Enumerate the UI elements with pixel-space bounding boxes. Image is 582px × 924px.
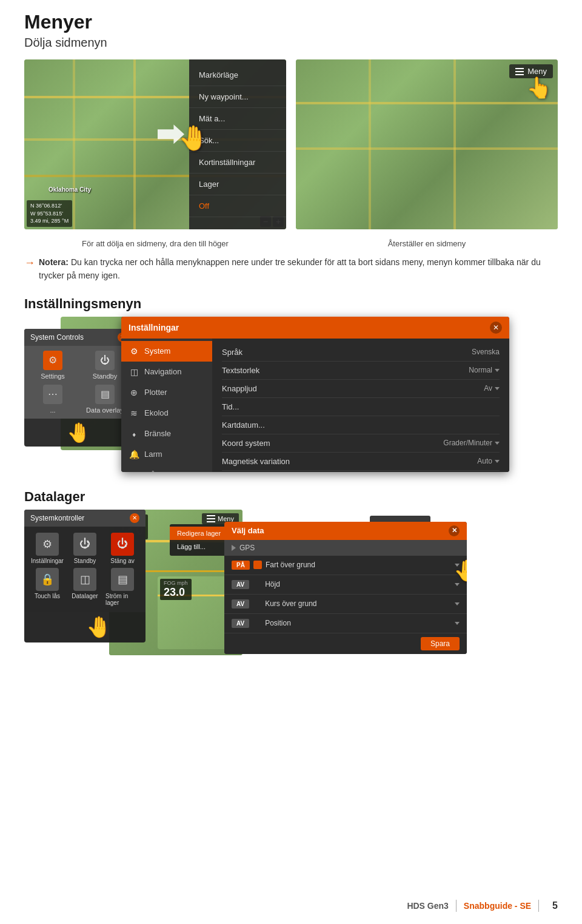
standby2-label: Standby [74, 558, 96, 564]
sys-controller-grid: ⚙ Inställningar ⏻ Standby ⏻ Stäng av 🔒 T… [24, 527, 146, 612]
settings-row-koord[interactable]: Koord system Grader/Minuter [222, 434, 500, 453]
settings-panel-title: Inställningar [129, 323, 179, 332]
sidebar-item-navigation[interactable]: ◫ Navigation [121, 362, 212, 382]
speed-overlay-2: FOG mph 23.0 [160, 579, 192, 600]
sidebar-item-bransle[interactable]: ⬧ Bränsle [121, 423, 212, 444]
settings-row-textstorlek[interactable]: Textstorlek Normal [222, 362, 500, 380]
map-screenshot-right: Meny 👆 [296, 59, 558, 229]
road-v2 [133, 59, 136, 229]
system-controls-panel: System Controls ✕ ⚙ Settings ⏻ Standby ⋯… [24, 329, 133, 447]
strom-icon: ▤ [111, 568, 134, 591]
hojd-indicator: AV Höjd [232, 580, 280, 589]
sidebar-item-mattenheter[interactable]: ⊢ Måttenheter [121, 465, 212, 472]
sys-ctrl-extra1-label: ... [50, 406, 55, 414]
data-row-hojd[interactable]: AV Höjd [224, 575, 467, 595]
sys-controls-grid: ⚙ Settings ⏻ Standby ⋯ ... ▤ Data overla… [24, 346, 133, 419]
overlay-icon: ▤ [95, 385, 115, 404]
sys-btn-touch-las[interactable]: 🔒 Touch lås [30, 568, 64, 606]
sidebar-item-larm[interactable]: 🔔 Larm [121, 444, 212, 465]
data-row-position[interactable]: AV Position [224, 614, 467, 633]
side-menu-item-2[interactable]: Ny waypoint... [189, 86, 286, 108]
magnetisk-dropdown-icon [495, 460, 500, 463]
kurs-indicator: AV Kurs över grund [232, 599, 317, 609]
kartdatum-label: Kartdatum... [222, 420, 265, 430]
note-arrow-icon: → [24, 255, 35, 271]
sprak-value: Svenska [472, 348, 500, 356]
extra1-icon: ⋯ [43, 385, 62, 404]
sys-btn-standby[interactable]: ⏻ Standby [68, 533, 102, 564]
sidebar-ekolod-label: Ekolod [144, 408, 169, 417]
system-sidebar-icon: ⚙ [129, 346, 139, 356]
hojd-label: Höjd [265, 580, 280, 588]
footer-page-number: 5 [552, 900, 558, 911]
road-rh2 [296, 147, 558, 150]
settings-row-magnetisk[interactable]: Magnetisk variation Auto [222, 453, 500, 471]
fart-indicator: PÅ Fart över grund [232, 561, 315, 570]
sidebar-item-system[interactable]: ⚙ System [121, 341, 212, 362]
koord-dropdown-icon [495, 442, 500, 445]
sys-ctrl-settings[interactable]: ⚙ Settings [29, 351, 76, 380]
section2-title: Inställningsmenyn [0, 289, 582, 317]
road-rh1 [296, 102, 558, 104]
kurs-label: Kurs över grund [265, 599, 316, 608]
side-menu-item-6[interactable]: Lager [189, 174, 286, 195]
plotter-sidebar-icon: ⊕ [129, 388, 139, 397]
road-rv2 [453, 59, 456, 229]
data-row-kurs[interactable]: AV Kurs över grund [224, 595, 467, 614]
settings-close-button[interactable]: ✕ [490, 322, 502, 334]
kurs-dropdown-icon [455, 602, 460, 605]
city-label: Oklahoma City [48, 186, 91, 193]
stang-av-label: Stäng av [110, 558, 134, 564]
installningar-icon: ⚙ [36, 533, 59, 556]
settings-row-kartdatum[interactable]: Kartdatum... [222, 416, 500, 434]
sidebar-item-plotter[interactable]: ⊕ Plotter [121, 382, 212, 403]
note-body: Du kan trycka ner och hålla menyknappen … [39, 257, 541, 280]
systemkontroller-close-button[interactable]: ✕ [130, 513, 139, 523]
sidebar-item-ekolod[interactable]: ≋ Ekolod [121, 403, 212, 423]
road-v1 [73, 59, 75, 229]
hamburger-icon [515, 68, 524, 75]
page-footer: HDS Gen3 Snabbguide - SE 5 [0, 900, 582, 912]
sys-btn-installningar[interactable]: ⚙ Inställningar [30, 533, 64, 564]
data-row-fart[interactable]: PÅ Fart över grund [224, 556, 467, 575]
touch-las-icon: 🔒 [36, 568, 59, 591]
sys-ctrl-extra1[interactable]: ⋯ ... [29, 385, 76, 414]
note-block: → Notera: Du kan trycka ner och hålla me… [0, 248, 582, 289]
side-menu-item-1[interactable]: Markörläge [189, 64, 286, 86]
magnetisk-value: Auto [477, 457, 500, 465]
valj-data-header: Välj data ✕ [224, 522, 467, 540]
valj-data-close-button[interactable]: ✕ [449, 525, 460, 536]
position-dropdown-icon [455, 622, 460, 625]
settings-row-tid[interactable]: Tid... [222, 398, 500, 416]
standby-icon: ⏻ [95, 351, 115, 370]
sidebar-larm-label: Larm [144, 450, 162, 459]
sidebar-plotter-label: Plotter [144, 388, 167, 397]
sys-btn-strom[interactable]: ▤ Ström in lager [105, 568, 139, 606]
hojd-state: AV [232, 580, 249, 589]
meny-label: Meny [527, 67, 547, 76]
side-menu-item-5[interactable]: Kortinställningar [189, 152, 286, 174]
settings-row-sprak: Språk Svenska [222, 343, 500, 362]
settings-row-knappljud[interactable]: Knappljud Av [222, 380, 500, 398]
hand-settings: 🤚 [24, 419, 133, 447]
side-menu-item-off[interactable]: Off [189, 195, 286, 217]
sys-btn-stang-av[interactable]: ⏻ Stäng av [105, 533, 139, 564]
footer-brand: HDS Gen3 [407, 901, 448, 911]
screenshot-row: Oklahoma City N 36°06.812' W 95°53.815' … [0, 52, 582, 237]
settings-row-satelliter[interactable]: Satelliter... [222, 471, 500, 472]
sys-ctrl-settings-label: Settings [41, 373, 65, 380]
sys-btn-datalager[interactable]: ◫ Datalager [68, 568, 102, 606]
fart-label: Fart över grund [266, 561, 315, 569]
datalager-composite: Systemkontroller ✕ ⚙ Inställningar ⏻ Sta… [24, 510, 558, 680]
systemkontroller-title: Systemkontroller [30, 514, 84, 522]
textstorlek-label: Textstorlek [222, 366, 259, 375]
settings-icon: ⚙ [43, 351, 62, 370]
spara-button[interactable]: Spara [421, 637, 460, 650]
fart-state: PÅ [232, 561, 250, 570]
stang-av-icon: ⏻ [111, 533, 134, 556]
koord-value: Grader/Minuter [443, 439, 500, 447]
hand-cursor-right: 👆 [526, 75, 552, 99]
spara-row: Spara [224, 633, 467, 654]
hand-datalager: 🤚 [24, 612, 146, 642]
larm-sidebar-icon: 🔔 [129, 450, 139, 459]
